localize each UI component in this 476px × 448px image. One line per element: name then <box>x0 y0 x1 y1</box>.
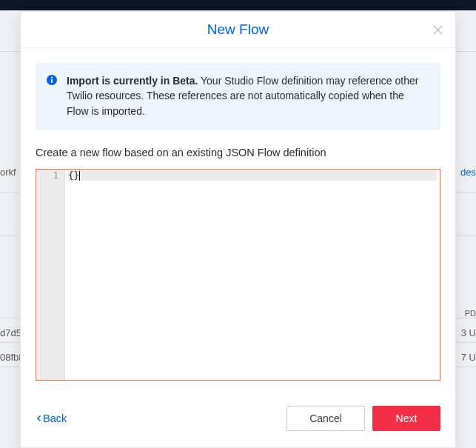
modal-body: Import is currently in Beta. Your Studio… <box>21 48 455 392</box>
info-banner: Import is currently in Beta. Your Studio… <box>36 63 440 130</box>
chevron-left-icon <box>36 415 43 422</box>
editor-code-area[interactable]: {} <box>65 170 440 380</box>
cancel-label: Cancel <box>309 412 342 424</box>
close-button[interactable] <box>429 21 446 39</box>
svg-rect-4 <box>51 79 53 83</box>
json-editor[interactable]: 1 {} <box>36 169 440 381</box>
modal-header: New Flow <box>21 12 455 48</box>
back-label: Back <box>43 412 67 424</box>
code-text: {} <box>68 170 79 181</box>
info-bold: Import is currently in Beta. <box>67 75 198 87</box>
svg-point-3 <box>51 77 53 78</box>
close-icon <box>432 24 443 36</box>
code-line: {} <box>68 170 437 181</box>
next-label: Next <box>396 412 418 424</box>
cancel-button[interactable]: Cancel <box>286 406 365 431</box>
editor-gutter: 1 <box>36 170 65 380</box>
info-text: Import is currently in Beta. Your Studio… <box>67 75 418 117</box>
description-text: Create a new flow based on an existing J… <box>36 147 440 158</box>
line-number: 1 <box>36 170 64 181</box>
next-button[interactable]: Next <box>372 406 440 431</box>
info-icon <box>46 74 58 86</box>
new-flow-modal: New Flow Import is currently in Beta. Yo… <box>20 11 456 448</box>
modal-title: New Flow <box>207 21 269 38</box>
back-button[interactable]: Back <box>36 412 67 424</box>
text-cursor <box>79 171 80 181</box>
modal-footer: Back Cancel Next <box>21 392 455 447</box>
